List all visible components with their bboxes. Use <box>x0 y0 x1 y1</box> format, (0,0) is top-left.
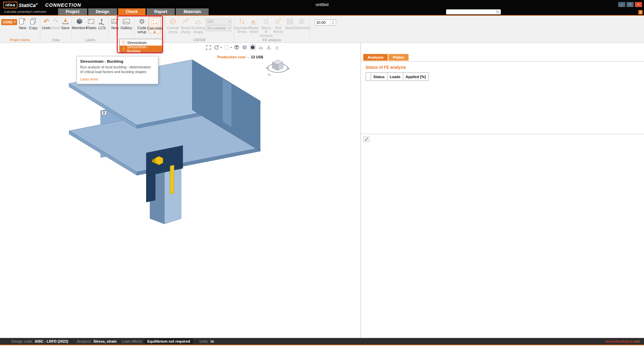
website-link[interactable]: www.ideastatica.com <box>605 339 640 343</box>
gallery-button[interactable]: Gallery <box>120 17 132 30</box>
search-input[interactable] <box>446 9 501 14</box>
members-cube-icon <box>75 17 84 26</box>
design-code-label: Design code: <box>11 339 33 343</box>
bolt-forces-icon <box>274 17 282 26</box>
redo-icon: ↷ <box>51 17 60 26</box>
select-options-chevron-icon[interactable]: ▾ <box>230 46 232 49</box>
home-view-icon[interactable]: ⌂ <box>274 44 280 50</box>
tooltip-title: Stress/strain - Buckling <box>80 59 155 63</box>
plates-icon <box>87 17 96 26</box>
save-icon <box>61 17 70 26</box>
plates-button[interactable]: Plates <box>86 17 97 30</box>
transparent-view-icon[interactable] <box>258 44 264 50</box>
code-setup-button[interactable]: Code setup <box>136 17 148 34</box>
member-label-b[interactable]: B <box>102 111 107 115</box>
statusbar: Design code: AISC - LRFD (2022) Analysis… <box>0 338 644 345</box>
mesh-label: Mesh <box>285 26 294 30</box>
load-effect-value: LE1 <box>208 20 214 23</box>
code-setup-label: Code setup <box>136 26 148 34</box>
production-cost: Production cost - 13 US$ <box>217 55 263 59</box>
spinner-down-icon[interactable]: ▼ <box>331 22 335 25</box>
stress-in-contacts-button: Stress in contacts <box>260 17 272 38</box>
zoom-extents-icon[interactable] <box>205 44 212 50</box>
buckling-shape-label: Buckling shape <box>191 26 205 34</box>
overall-check-label: Overall check <box>167 26 179 34</box>
right-panel-tabs: Analysis Plates <box>363 54 409 61</box>
strain-check-label: Strain check <box>179 26 192 34</box>
deformed-scale-spinner[interactable]: ▲ ▼ <box>315 19 336 25</box>
search-icon <box>496 10 500 14</box>
table-header-row: Status Loads Applied [%] <box>366 73 429 81</box>
menu-item-stress-strain-buckling[interactable]: Stress/strain - Buckling <box>120 46 162 52</box>
equivalent-stress-label: Equivalent stress <box>233 26 250 34</box>
redo-button: ↷ Redo <box>51 17 60 30</box>
copy-label: Copy <box>29 26 38 30</box>
rotate-view-icon[interactable] <box>213 44 220 50</box>
tab-analysis[interactable]: Analysis <box>363 54 388 61</box>
new-project-item-button[interactable]: New <box>17 17 28 30</box>
tab-plates[interactable]: Plates <box>388 54 409 61</box>
solid-view-icon[interactable] <box>250 44 256 50</box>
stress-strain-buckling-icon <box>122 47 125 51</box>
group-label-data: Data <box>40 38 71 42</box>
chevron-up-icon[interactable]: ▴ <box>154 31 155 33</box>
maximize-button[interactable]: □ <box>627 2 634 7</box>
model-viewport[interactable]: ▾ ▾ ⌂ <box>0 43 361 338</box>
lcs-button[interactable]: LCS <box>97 17 107 30</box>
stress-in-contacts-label: Stress in contacts <box>260 26 273 38</box>
navigation-cube[interactable] <box>265 57 290 78</box>
plastic-strain-icon <box>250 17 258 26</box>
calculate-button[interactable]: +−×= Calculate ▴ <box>149 17 161 34</box>
panel-divider-lower <box>361 134 644 134</box>
copy-icon <box>29 17 38 26</box>
group-label-project-items: Project items <box>0 38 40 42</box>
gallery-icon <box>122 17 131 26</box>
tab-materials[interactable]: Materials <box>176 8 209 15</box>
analysis-value: Stress, strain <box>94 339 117 343</box>
info-button[interactable]: i <box>638 10 643 14</box>
group-data: ↶ Undo ↷ Redo Save Data <box>40 16 72 43</box>
connection-3d-model <box>0 43 361 338</box>
spinner-up-icon[interactable]: ▲ <box>331 20 335 22</box>
tab-check[interactable]: Check <box>118 8 146 15</box>
members-button[interactable]: Members <box>73 17 86 30</box>
con1-selector[interactable]: CON1 ▾ <box>1 19 17 25</box>
idea-statica-connection-window: idea StatiCa® CONNECTION Calculate yeste… <box>0 0 644 346</box>
learn-more-link[interactable]: Learn more <box>80 77 155 81</box>
save-button[interactable]: Save <box>61 17 70 30</box>
undo-button[interactable]: ↶ Undo <box>42 17 51 30</box>
fe-analysis-status-heading: Status of FE analysis <box>366 65 406 70</box>
tab-project[interactable]: Project <box>58 8 87 15</box>
gear-icon <box>138 17 146 26</box>
minimize-button[interactable]: – <box>618 2 625 7</box>
menu-item-label: Stress/strain - Buckling <box>127 45 160 53</box>
extreme-select: For extreme ▾ <box>206 25 231 31</box>
svg-text:×: × <box>153 22 154 25</box>
tab-report[interactable]: Report <box>147 8 175 15</box>
stress-in-contacts-icon <box>262 17 270 26</box>
group-pictures: New Gallery <box>109 16 134 43</box>
group-calculation: Code setup +−×= Calculate ▴ <box>134 16 165 43</box>
calculate-dropdown-menu: Stress/strain Stress/strain - Buckling <box>119 39 162 52</box>
chevron-down-icon: ▾ <box>228 27 230 30</box>
tab-design[interactable]: Design <box>88 8 117 15</box>
wireframe-view-icon[interactable] <box>233 44 240 50</box>
rotate-options-chevron-icon[interactable]: ▾ <box>220 46 222 49</box>
copy-project-item-button[interactable]: Copy <box>28 17 38 30</box>
extreme-value: For extreme <box>208 26 226 30</box>
mesh-button: Mesh <box>284 17 295 30</box>
select-rectangle-icon[interactable] <box>223 44 230 50</box>
redo-label: Redo <box>51 26 60 30</box>
expand-panel-button[interactable] <box>363 136 369 142</box>
units-status: Units: in <box>200 339 214 343</box>
header-empty <box>366 73 371 81</box>
group-cbfem: Overall check Strain check Buckling shap… <box>165 16 234 43</box>
fe-analysis-table: Status Loads Applied [%] <box>366 72 429 81</box>
new-picture-button[interactable]: New <box>110 17 120 30</box>
shaded-view-icon[interactable] <box>241 44 248 50</box>
production-cost-label: Production cost <box>217 55 246 59</box>
close-button[interactable]: × <box>635 2 642 7</box>
section-view-icon[interactable] <box>266 44 272 50</box>
lcs-axes-icon <box>98 17 106 26</box>
deformed-scale-input[interactable] <box>315 20 330 25</box>
